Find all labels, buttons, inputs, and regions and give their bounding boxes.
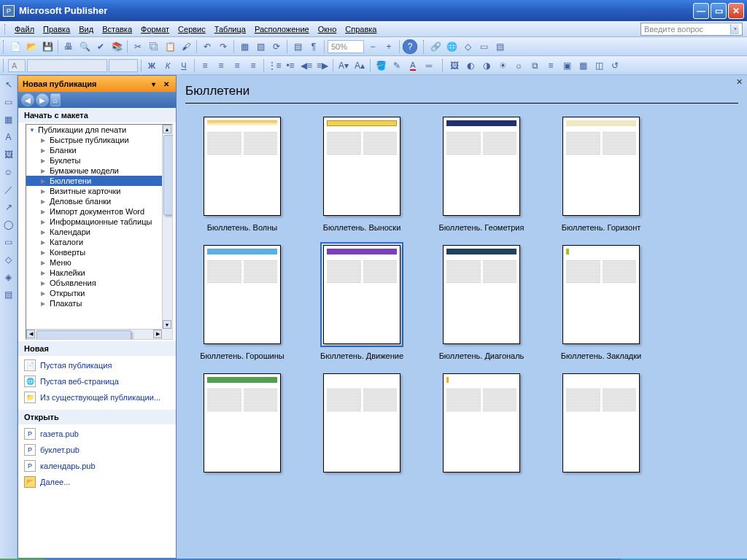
tree-item[interactable]: ▶Объявления: [26, 278, 162, 288]
print-preview-button[interactable]: 🔍: [77, 39, 92, 54]
tree-item[interactable]: ▶Наклейки: [26, 268, 162, 278]
minimize-button[interactable]: —: [693, 3, 709, 19]
menu-help[interactable]: Справка: [341, 23, 381, 35]
help-button[interactable]: ?: [403, 39, 417, 54]
format-pic-button[interactable]: ▦: [576, 58, 590, 73]
pointer-tool[interactable]: ↖: [2, 78, 15, 91]
redo-button[interactable]: ↷: [216, 39, 231, 54]
menu-tools[interactable]: Сервис: [174, 23, 210, 35]
rotate-button[interactable]: ⟳: [269, 39, 284, 54]
tree-item[interactable]: ▶Быстрые публикации: [26, 135, 162, 145]
picture-tool[interactable]: 🖼: [2, 148, 15, 161]
menu-arrange[interactable]: Расположение: [250, 23, 314, 35]
tree-item[interactable]: ▶Конверты: [26, 247, 162, 257]
open-button[interactable]: 📂: [24, 39, 39, 54]
brightness-more-button[interactable]: ☀: [495, 58, 510, 73]
tree-item[interactable]: ▶Деловые бланки: [26, 196, 162, 206]
tree-item[interactable]: ▶Информационные таблицы: [26, 217, 162, 227]
clipart-tool[interactable]: ☺: [2, 166, 15, 179]
zoom-out-button[interactable]: −: [365, 39, 380, 54]
task-pane-close-button[interactable]: ✕: [161, 79, 171, 89]
template-item[interactable]: [423, 370, 540, 480]
print-button[interactable]: 🖶: [61, 39, 76, 54]
align-right-button[interactable]: ≡: [230, 58, 244, 73]
menu-window[interactable]: Окно: [314, 23, 341, 35]
wordart-tool[interactable]: A: [2, 131, 15, 144]
template-item[interactable]: Бюллетень. Волны: [184, 114, 301, 232]
align-left-button[interactable]: ≡: [198, 58, 212, 73]
nav-home-button[interactable]: ⌂: [50, 93, 61, 106]
new-link[interactable]: 🌐Пустая веб-страница: [24, 373, 170, 389]
contrast-more-button[interactable]: ◐: [463, 58, 478, 73]
decrease-indent-button[interactable]: ◀≡: [299, 58, 314, 73]
form-button[interactable]: ▭: [476, 39, 491, 54]
template-item[interactable]: [543, 370, 659, 480]
tree-item[interactable]: ▶Календари: [26, 227, 162, 237]
zoom-box[interactable]: 50%: [328, 40, 364, 53]
web-preview-button[interactable]: 🌐: [444, 39, 459, 54]
decrease-font-button[interactable]: A▾: [336, 58, 351, 73]
maximize-button[interactable]: ▭: [711, 3, 727, 19]
increase-indent-button[interactable]: ≡▶: [315, 58, 330, 73]
template-item[interactable]: Бюллетень. Горизонт: [543, 114, 659, 232]
menu-view[interactable]: Вид: [74, 23, 98, 35]
tree-scrollbar-h[interactable]: ◀▶: [26, 329, 162, 339]
template-item[interactable]: Бюллетень. Закладки: [543, 242, 659, 360]
new-button[interactable]: 📄: [8, 39, 23, 54]
spelling-button[interactable]: ✔: [93, 39, 108, 54]
copy-button[interactable]: ⿻: [147, 39, 161, 54]
bring-front-button[interactable]: ▦: [237, 39, 252, 54]
new-link[interactable]: 📁Из существующей публикации...: [24, 389, 170, 405]
line-weight-button[interactable]: ≡: [543, 58, 558, 73]
template-item[interactable]: Бюллетень. Геометрия: [423, 114, 540, 232]
contrast-less-button[interactable]: ◑: [479, 58, 494, 73]
numbering-button[interactable]: ⋮≡: [267, 58, 282, 73]
research-button[interactable]: 📚: [109, 39, 124, 54]
columns-button[interactable]: ▤: [290, 39, 305, 54]
hotspot-button[interactable]: ◇: [460, 39, 475, 54]
style-box[interactable]: A: [8, 59, 26, 72]
textbox-tool[interactable]: ▭: [2, 96, 15, 109]
format-painter-button[interactable]: 🖌: [179, 39, 193, 54]
nav-back-button[interactable]: ◀: [21, 93, 34, 106]
increase-font-button[interactable]: A▴: [352, 58, 367, 73]
open-link[interactable]: Pбуклет.pub: [24, 442, 170, 458]
oval-tool[interactable]: ◯: [2, 218, 15, 231]
layout-tree[interactable]: ▼Публикации для печати▶Быстрые публикаци…: [26, 124, 173, 340]
shapes-tool[interactable]: ◇: [2, 253, 15, 266]
menu-table[interactable]: Таблица: [210, 23, 250, 35]
template-item[interactable]: [303, 370, 420, 480]
tree-item[interactable]: ▶Каталоги: [26, 237, 162, 247]
tree-item[interactable]: ▶Бумажные модели: [26, 166, 162, 176]
menu-edit[interactable]: Правка: [39, 23, 74, 35]
design-tool[interactable]: ▤: [2, 288, 15, 301]
task-pane-menu-button[interactable]: ▾: [148, 79, 158, 89]
crop-button[interactable]: ⧉: [527, 58, 542, 73]
new-link[interactable]: 📄Пустая публикация: [24, 357, 170, 373]
line-tool[interactable]: ／: [2, 183, 15, 196]
open-link[interactable]: Pгазета.pub: [24, 426, 170, 442]
gallery-close-button[interactable]: ✕: [734, 77, 744, 87]
line-style-button[interactable]: ═: [422, 58, 436, 73]
tree-item[interactable]: ▶Плакаты: [26, 298, 162, 308]
cut-button[interactable]: ✂: [131, 39, 145, 54]
open-link[interactable]: 📂Далее...: [24, 474, 170, 490]
tree-root-print-publications[interactable]: ▼Публикации для печати: [26, 125, 162, 135]
zoom-in-button[interactable]: +: [382, 39, 396, 54]
transparent-button[interactable]: ◫: [592, 58, 606, 73]
font-color-button[interactable]: A: [406, 58, 420, 73]
tree-item[interactable]: ▶Буклеты: [26, 155, 162, 166]
bold-button[interactable]: Ж: [144, 58, 159, 73]
brightness-less-button[interactable]: ☼: [511, 58, 526, 73]
close-button[interactable]: ✕: [728, 3, 744, 19]
tree-item[interactable]: ▶Меню: [26, 257, 162, 268]
fill-color-button[interactable]: 🪣: [374, 58, 388, 73]
undo-button[interactable]: ↶: [200, 39, 214, 54]
font-box[interactable]: [27, 59, 107, 72]
send-back-button[interactable]: ▧: [253, 39, 268, 54]
nav-fwd-button[interactable]: ▶: [36, 93, 49, 106]
menu-format[interactable]: Формат: [136, 23, 174, 35]
align-center-button[interactable]: ≡: [214, 58, 228, 73]
justify-button[interactable]: ≡: [246, 58, 260, 73]
save-button[interactable]: 💾: [40, 39, 55, 54]
